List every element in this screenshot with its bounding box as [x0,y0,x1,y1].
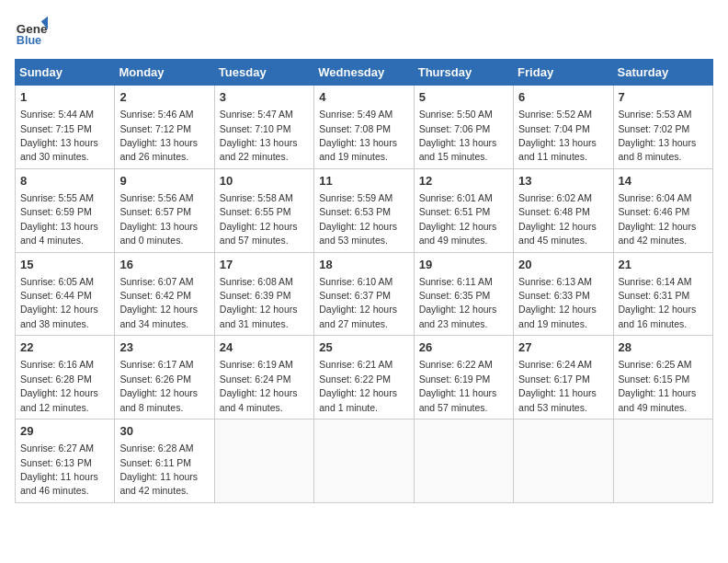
day-info: Sunrise: 5:49 AM Sunset: 7:08 PM Dayligh… [319,109,397,162]
day-info: Sunrise: 6:02 AM Sunset: 6:48 PM Dayligh… [518,192,597,246]
day-cell [613,419,712,503]
col-friday: Friday [514,60,613,86]
col-sunday: Sunday [16,60,115,86]
day-cell: 30Sunrise: 6:28 AM Sunset: 6:11 PM Dayli… [115,419,214,503]
calendar-body: 1Sunrise: 5:44 AM Sunset: 7:15 PM Daylig… [16,86,713,503]
day-number: 21 [619,257,708,273]
day-number: 2 [119,89,209,106]
day-info: Sunrise: 5:59 AM Sunset: 6:53 PM Dayligh… [319,192,397,246]
day-info: Sunrise: 6:14 AM Sunset: 6:31 PM Dayligh… [619,276,697,329]
day-cell: 1Sunrise: 5:44 AM Sunset: 7:15 PM Daylig… [16,86,115,169]
day-cell: 9Sunrise: 5:56 AM Sunset: 6:57 PM Daylig… [115,168,214,252]
day-number: 17 [220,257,309,273]
day-number: 26 [419,339,508,356]
day-cell: 13Sunrise: 6:02 AM Sunset: 6:48 PM Dayli… [514,168,613,252]
day-cell [414,419,513,503]
day-number: 23 [119,339,209,356]
day-number: 15 [20,257,109,273]
day-number: 27 [518,339,608,356]
week-row-4: 22Sunrise: 6:16 AM Sunset: 6:28 PM Dayli… [16,336,713,419]
day-cell: 19Sunrise: 6:11 AM Sunset: 6:35 PM Dayli… [414,252,513,336]
day-number: 10 [220,173,309,190]
header: General Blue [15,15,713,48]
day-info: Sunrise: 5:50 AM Sunset: 7:06 PM Dayligh… [419,109,497,162]
col-tuesday: Tuesday [214,60,313,86]
day-info: Sunrise: 5:46 AM Sunset: 7:12 PM Dayligh… [119,109,198,162]
col-monday: Monday [115,60,214,86]
week-row-2: 8Sunrise: 5:55 AM Sunset: 6:59 PM Daylig… [16,168,713,252]
day-cell: 23Sunrise: 6:17 AM Sunset: 6:26 PM Dayli… [115,336,214,419]
day-cell: 18Sunrise: 6:10 AM Sunset: 6:37 PM Dayli… [314,252,414,336]
day-info: Sunrise: 5:53 AM Sunset: 7:02 PM Dayligh… [619,109,697,162]
day-info: Sunrise: 6:17 AM Sunset: 6:26 PM Dayligh… [119,359,198,412]
day-info: Sunrise: 6:21 AM Sunset: 6:22 PM Dayligh… [319,359,397,412]
day-cell: 26Sunrise: 6:22 AM Sunset: 6:19 PM Dayli… [414,336,513,419]
day-number: 25 [319,339,408,356]
day-number: 18 [319,257,408,273]
day-info: Sunrise: 6:27 AM Sunset: 6:13 PM Dayligh… [20,442,98,496]
day-cell [514,419,613,503]
day-cell: 15Sunrise: 6:05 AM Sunset: 6:44 PM Dayli… [16,252,115,336]
day-info: Sunrise: 6:04 AM Sunset: 6:46 PM Dayligh… [619,192,697,246]
day-cell: 7Sunrise: 5:53 AM Sunset: 7:02 PM Daylig… [613,86,712,169]
day-cell: 21Sunrise: 6:14 AM Sunset: 6:31 PM Dayli… [613,252,712,336]
day-cell: 3Sunrise: 5:47 AM Sunset: 7:10 PM Daylig… [214,86,313,169]
day-cell: 17Sunrise: 6:08 AM Sunset: 6:39 PM Dayli… [214,252,313,336]
col-saturday: Saturday [613,60,712,86]
day-info: Sunrise: 6:08 AM Sunset: 6:39 PM Dayligh… [220,276,298,329]
day-cell: 5Sunrise: 5:50 AM Sunset: 7:06 PM Daylig… [414,86,513,169]
header-row: Sunday Monday Tuesday Wednesday Thursday… [16,60,713,86]
day-cell: 27Sunrise: 6:24 AM Sunset: 6:17 PM Dayli… [514,336,613,419]
week-row-5: 29Sunrise: 6:27 AM Sunset: 6:13 PM Dayli… [16,419,713,503]
day-number: 14 [619,173,708,190]
day-cell: 4Sunrise: 5:49 AM Sunset: 7:08 PM Daylig… [314,86,414,169]
day-cell: 28Sunrise: 6:25 AM Sunset: 6:15 PM Dayli… [613,336,712,419]
day-info: Sunrise: 5:58 AM Sunset: 6:55 PM Dayligh… [220,192,298,246]
day-cell: 12Sunrise: 6:01 AM Sunset: 6:51 PM Dayli… [414,168,513,252]
day-info: Sunrise: 5:56 AM Sunset: 6:57 PM Dayligh… [119,192,198,246]
day-cell: 29Sunrise: 6:27 AM Sunset: 6:13 PM Dayli… [16,419,115,503]
day-info: Sunrise: 6:01 AM Sunset: 6:51 PM Dayligh… [419,192,497,246]
day-cell: 2Sunrise: 5:46 AM Sunset: 7:12 PM Daylig… [115,86,214,169]
day-info: Sunrise: 5:44 AM Sunset: 7:15 PM Dayligh… [20,109,98,162]
day-info: Sunrise: 5:47 AM Sunset: 7:10 PM Dayligh… [220,109,298,162]
day-number: 9 [119,173,209,190]
day-info: Sunrise: 6:22 AM Sunset: 6:19 PM Dayligh… [419,359,497,412]
calendar-table: Sunday Monday Tuesday Wednesday Thursday… [15,59,713,503]
day-number: 20 [518,257,608,273]
day-cell: 22Sunrise: 6:16 AM Sunset: 6:28 PM Dayli… [16,336,115,419]
logo-icon: General Blue [15,15,48,48]
day-info: Sunrise: 6:05 AM Sunset: 6:44 PM Dayligh… [20,276,98,329]
day-cell: 11Sunrise: 5:59 AM Sunset: 6:53 PM Dayli… [314,168,414,252]
week-row-1: 1Sunrise: 5:44 AM Sunset: 7:15 PM Daylig… [16,86,713,169]
day-cell: 8Sunrise: 5:55 AM Sunset: 6:59 PM Daylig… [16,168,115,252]
day-info: Sunrise: 6:07 AM Sunset: 6:42 PM Dayligh… [119,276,198,329]
day-number: 1 [20,89,109,106]
day-info: Sunrise: 6:11 AM Sunset: 6:35 PM Dayligh… [419,276,497,329]
day-cell: 24Sunrise: 6:19 AM Sunset: 6:24 PM Dayli… [214,336,313,419]
col-thursday: Thursday [414,60,513,86]
day-info: Sunrise: 6:24 AM Sunset: 6:17 PM Dayligh… [518,359,597,412]
day-number: 12 [419,173,508,190]
day-number: 28 [619,339,708,356]
day-cell: 10Sunrise: 5:58 AM Sunset: 6:55 PM Dayli… [214,168,313,252]
day-info: Sunrise: 5:52 AM Sunset: 7:04 PM Dayligh… [518,109,597,162]
day-info: Sunrise: 6:13 AM Sunset: 6:33 PM Dayligh… [518,276,597,329]
day-cell: 25Sunrise: 6:21 AM Sunset: 6:22 PM Dayli… [314,336,414,419]
day-info: Sunrise: 5:55 AM Sunset: 6:59 PM Dayligh… [20,192,98,246]
day-number: 11 [319,173,408,190]
day-number: 4 [319,89,408,106]
day-info: Sunrise: 6:19 AM Sunset: 6:24 PM Dayligh… [220,359,298,412]
day-number: 3 [220,89,309,106]
logo: General Blue [15,15,48,48]
day-cell [314,419,414,503]
day-cell [214,419,313,503]
col-wednesday: Wednesday [314,60,414,86]
day-number: 19 [419,257,508,273]
week-row-3: 15Sunrise: 6:05 AM Sunset: 6:44 PM Dayli… [16,252,713,336]
day-cell: 14Sunrise: 6:04 AM Sunset: 6:46 PM Dayli… [613,168,712,252]
day-number: 16 [119,257,209,273]
day-number: 24 [220,339,309,356]
day-number: 5 [419,89,508,106]
day-info: Sunrise: 6:16 AM Sunset: 6:28 PM Dayligh… [20,359,98,412]
